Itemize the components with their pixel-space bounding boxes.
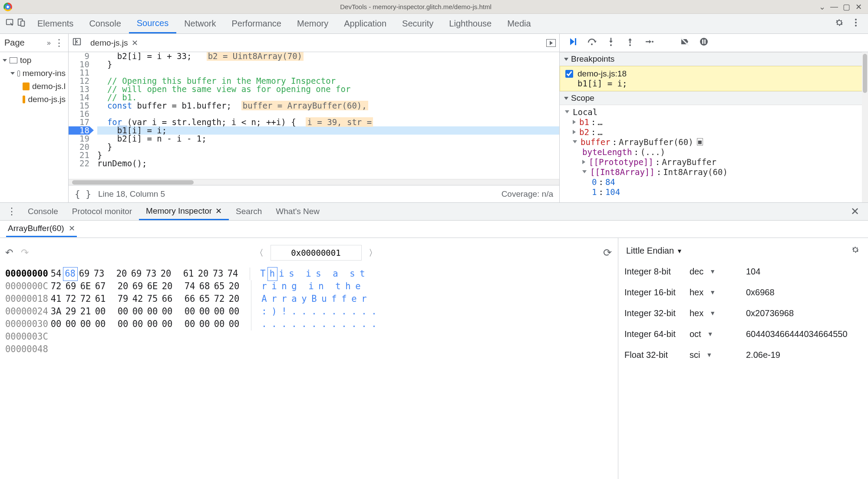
breakpoint-checkbox[interactable] — [565, 70, 573, 78]
value-format-selector[interactable]: hex▼ — [690, 308, 746, 318]
hex-byte[interactable]: 00 — [145, 318, 160, 330]
hex-byte[interactable]: 20 — [158, 268, 173, 280]
main-tab-media[interactable]: Media — [499, 14, 538, 33]
hex-byte[interactable]: 00 — [145, 305, 160, 318]
ascii-char[interactable]: s — [347, 268, 357, 280]
hex-byte[interactable]: 73 — [92, 268, 106, 280]
close-tab-icon[interactable]: ✕ — [215, 206, 222, 216]
ascii-char[interactable]: T — [258, 268, 268, 280]
ascii-char[interactable]: h — [343, 280, 353, 293]
history-back-icon[interactable]: ↶ — [5, 247, 13, 258]
drawer-tab-search[interactable]: Search — [229, 203, 269, 220]
close-drawer-icon[interactable]: ✕ — [847, 203, 863, 220]
hex-byte[interactable]: 00 — [160, 305, 175, 318]
ascii-char[interactable]: a — [330, 268, 340, 280]
close-tab-icon[interactable]: ✕ — [69, 224, 75, 233]
hex-byte[interactable]: 65 — [212, 280, 227, 293]
hex-byte[interactable]: 41 — [49, 293, 63, 305]
scope-prop[interactable]: [[Int8Array]]: Int8Array(60) — [565, 167, 868, 177]
ascii-char[interactable]: . — [279, 318, 289, 330]
ascii-char[interactable]: ) — [269, 305, 279, 318]
ascii-char[interactable]: . — [309, 318, 319, 330]
drawer-tab-protocol-monitor[interactable]: Protocol monitor — [65, 203, 139, 220]
ascii-char[interactable]: . — [329, 305, 339, 318]
tree-file[interactable]: demo-js.l — [0, 80, 68, 93]
ascii-char[interactable]: n — [279, 280, 289, 293]
ascii-char[interactable]: a — [289, 293, 299, 305]
hex-byte[interactable]: 73 — [211, 268, 225, 280]
hex-byte[interactable]: 72 — [49, 280, 63, 293]
hex-byte[interactable]: 00 — [212, 318, 227, 330]
hex-grid[interactable]: 00000000546869732069732061207374Thisisas… — [5, 268, 612, 356]
scope-var[interactable]: b1: … — [565, 117, 868, 127]
hex-byte[interactable]: 20 — [114, 268, 129, 280]
hex-byte[interactable]: 66 — [160, 293, 175, 305]
value-format-selector[interactable]: dec▼ — [690, 267, 746, 277]
hex-byte[interactable]: 00 — [130, 305, 145, 318]
drawer-tab-console[interactable]: Console — [21, 203, 65, 220]
hex-byte[interactable]: 61 — [181, 268, 196, 280]
hex-byte[interactable]: 00 — [63, 318, 78, 330]
hex-byte[interactable]: 54 — [49, 268, 63, 280]
main-tab-sources[interactable]: Sources — [129, 14, 176, 33]
hex-byte[interactable]: 00 — [78, 318, 93, 330]
hex-byte[interactable]: 72 — [78, 293, 93, 305]
main-tab-performance[interactable]: Performance — [224, 14, 290, 33]
hex-byte[interactable]: 74 — [182, 280, 197, 293]
ascii-char[interactable]: r — [259, 280, 269, 293]
settings-gear-icon[interactable] — [834, 17, 845, 30]
settings-gear-icon[interactable] — [851, 245, 860, 257]
drawer-menu-icon[interactable]: ⋮ — [5, 203, 18, 220]
hex-byte[interactable]: 00 — [116, 318, 130, 330]
navigator-menu-icon[interactable]: ⋮ — [54, 37, 64, 49]
scope-var[interactable]: b2: … — [565, 127, 868, 137]
ascii-char[interactable]: y — [299, 293, 309, 305]
hex-byte[interactable]: 74 — [225, 268, 240, 280]
ascii-char[interactable]: . — [369, 318, 379, 330]
scope-array-item[interactable]: 1: 104 — [565, 187, 868, 197]
ascii-char[interactable]: . — [299, 305, 309, 318]
hex-byte[interactable]: 20 — [227, 280, 241, 293]
ascii-char[interactable]: . — [349, 318, 359, 330]
hex-byte[interactable]: 00 — [212, 305, 227, 318]
hex-byte[interactable]: 00 — [182, 318, 197, 330]
hex-byte[interactable]: 00 — [182, 305, 197, 318]
ascii-char[interactable]: . — [289, 318, 299, 330]
main-tab-security[interactable]: Security — [394, 14, 441, 33]
value-format-selector[interactable]: oct▼ — [690, 329, 746, 339]
hex-byte[interactable]: 69 — [77, 268, 92, 280]
menu-dropdown-icon[interactable]: ⌄ — [816, 1, 828, 13]
tree-origin[interactable]: memory-ins — [0, 67, 68, 80]
refresh-icon[interactable]: ⟳ — [603, 247, 612, 259]
hex-byte[interactable]: 20 — [160, 280, 175, 293]
hex-byte[interactable]: 00 — [93, 318, 108, 330]
ascii-char[interactable]: t — [357, 268, 367, 280]
maximize-button[interactable]: ▢ — [840, 1, 852, 13]
hex-byte[interactable]: 00 — [227, 305, 241, 318]
run-snippet-icon[interactable] — [546, 39, 556, 47]
scope-array-item[interactable]: 0: 84 — [565, 177, 868, 187]
ascii-char[interactable]: h — [267, 267, 277, 281]
hex-byte[interactable]: 69 — [63, 280, 78, 293]
breakpoints-section-header[interactable]: Breakpoints — [560, 52, 868, 66]
ascii-char[interactable]: t — [333, 280, 343, 293]
ascii-char[interactable]: . — [269, 318, 279, 330]
main-tab-application[interactable]: Application — [336, 14, 394, 33]
prev-page-icon[interactable]: 〈 — [255, 247, 264, 259]
ascii-char[interactable]: r — [269, 293, 279, 305]
main-tab-elements[interactable]: Elements — [30, 14, 81, 33]
ascii-char[interactable]: i — [306, 280, 316, 293]
ascii-char[interactable]: r — [359, 293, 369, 305]
ascii-char[interactable]: s — [287, 268, 297, 280]
hex-byte[interactable]: 6E — [78, 280, 93, 293]
ascii-char[interactable]: A — [259, 293, 269, 305]
scope-prop[interactable]: byteLength: (...) — [565, 147, 868, 157]
hex-byte[interactable]: 29 — [63, 305, 78, 318]
main-tab-lighthouse[interactable]: Lighthouse — [441, 14, 499, 33]
ascii-char[interactable]: i — [277, 268, 287, 280]
hex-byte[interactable]: 68 — [63, 267, 78, 281]
ascii-char[interactable]: . — [259, 318, 269, 330]
device-toolbar-icon[interactable] — [17, 18, 26, 30]
ascii-char[interactable]: . — [359, 305, 369, 318]
ascii-char[interactable]: B — [309, 293, 319, 305]
